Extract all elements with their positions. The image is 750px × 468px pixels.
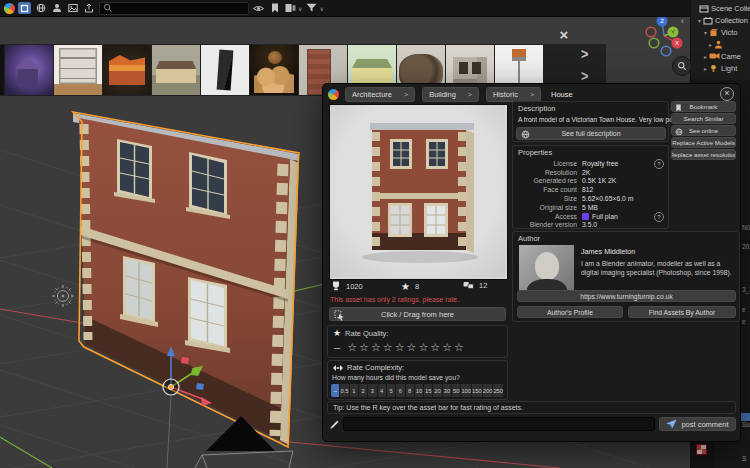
quality-star-3[interactable]: ☆ [371, 341, 383, 353]
drag-from-here-button[interactable]: Click / Drag from here [329, 307, 506, 321]
complexity-option-4[interactable]: 4 [378, 384, 387, 397]
outliner-label: Collection [715, 16, 748, 25]
outliner-row-victo[interactable]: ▾Victo [691, 26, 750, 38]
collection-icon [703, 16, 713, 25]
trophy-icon [331, 281, 341, 291]
search-similar-button[interactable]: Search Similar [671, 113, 736, 124]
author-website-button[interactable]: https://www.turningturnip.co.uk [517, 290, 736, 302]
pencil-icon [329, 418, 340, 429]
quality-star-4[interactable]: ☆ [383, 341, 395, 353]
disclosure-arrow[interactable]: ▸ [707, 41, 714, 48]
quality-star-rating[interactable]: – ☆☆☆☆☆☆☆☆☆☆ [334, 341, 466, 354]
asset-bar-close-button[interactable]: × [556, 28, 572, 44]
complexity-option-20[interactable]: 20 [433, 384, 442, 397]
breadcrumb-historic[interactable]: Historic> [486, 87, 541, 102]
window-upper-right [186, 152, 230, 219]
model-category-button[interactable] [18, 2, 31, 14]
cube-icon [709, 28, 719, 37]
world-category-icon[interactable] [34, 2, 47, 14]
complexity-option-250[interactable]: 250 [493, 384, 504, 397]
asset-preview-image[interactable] [329, 104, 508, 280]
asset-thumbnail-pc[interactable] [201, 45, 249, 95]
occluded-text-fragment: Su [742, 421, 750, 428]
complexity-option-6[interactable]: 6 [396, 384, 405, 397]
quality-star-8[interactable]: ☆ [430, 341, 442, 353]
complexity-option-–[interactable]: – [331, 384, 340, 397]
property-value: 3.5.0 [582, 221, 597, 228]
quality-star-2[interactable]: ☆ [359, 341, 371, 353]
quality-star-9[interactable]: ☆ [442, 341, 454, 353]
popup-close-button[interactable]: × [720, 87, 734, 101]
author-box: Author James Middleton I am a Blender an… [512, 231, 740, 322]
disclosure-arrow[interactable]: ▸ [702, 65, 709, 72]
author-profile-button[interactable]: Author's Profile [517, 306, 623, 318]
search-input[interactable] [99, 2, 249, 15]
properties-title: Properties [518, 148, 552, 157]
property-value: 2K [582, 169, 590, 176]
layout-icon[interactable] [284, 2, 297, 14]
layout-caret[interactable]: ∨ [298, 5, 302, 12]
breadcrumb-building[interactable]: Building> [422, 87, 479, 102]
light-object[interactable] [52, 285, 74, 307]
see-full-description-button[interactable]: See full description [516, 127, 666, 140]
upload-icon[interactable] [82, 2, 95, 14]
asset-thumbnail-orangehouse[interactable] [103, 45, 151, 95]
bookmark-button[interactable]: Bookmark [671, 101, 736, 112]
search-icon [103, 3, 113, 13]
complexity-option-0.5[interactable]: 0.5 [340, 384, 349, 397]
complexity-option-30[interactable]: 30 [443, 384, 452, 397]
breadcrumb-architecture[interactable]: Architecture> [345, 87, 415, 102]
outliner-row-objects[interactable]: ▸ [691, 38, 750, 50]
quality-star-10[interactable]: ☆ [454, 341, 466, 353]
filter-caret[interactable]: ∨ [319, 5, 323, 12]
see-online-button[interactable]: See online [671, 125, 736, 136]
replace-active-models-button[interactable]: Replace Active Models [671, 137, 736, 148]
window-lower-left [120, 256, 158, 327]
complexity-option-10[interactable]: 10 [415, 384, 424, 397]
disclosure-arrow[interactable]: ▾ [696, 17, 703, 24]
asset-thumbnail-ranch[interactable] [152, 45, 200, 95]
post-comment-button[interactable]: post comment [659, 417, 736, 431]
image-icon[interactable] [66, 2, 79, 14]
quality-star-1[interactable]: ☆ [347, 341, 359, 353]
outliner-row-light[interactable]: ▸Light [691, 62, 750, 74]
complexity-option-8[interactable]: 8 [406, 384, 415, 397]
bookmark-icon[interactable] [268, 2, 281, 14]
complexity-option-150[interactable]: 150 [472, 384, 483, 397]
filter-icon[interactable] [305, 2, 318, 14]
outliner-row-came[interactable]: ▸Came [691, 50, 750, 62]
quality-star-7[interactable]: ☆ [418, 341, 430, 353]
disclosure-arrow[interactable]: ▾ [702, 29, 709, 36]
complexity-option-5[interactable]: 5 [387, 384, 396, 397]
asset-thumbnail-toyhouse[interactable] [5, 45, 53, 95]
people-icon[interactable] [50, 2, 63, 14]
complexity-option-2[interactable]: 2 [359, 384, 368, 397]
eye-icon[interactable] [252, 2, 265, 14]
asset-thumbnail-shelves[interactable] [54, 45, 102, 95]
house-model[interactable] [73, 112, 299, 447]
complexity-hour-options[interactable]: –0.512345681015203050100150200250 [331, 384, 504, 397]
asset-thumbnail-sacks[interactable] [250, 45, 298, 95]
asset-bar-next-page-button[interactable]: > [581, 45, 593, 65]
disclosure-arrow[interactable]: ▸ [702, 53, 709, 60]
replace-asset-resolution-button[interactable]: Replace asset resolution [671, 149, 736, 160]
description-text: A front model of a Victorian Town House.… [518, 116, 668, 123]
quality-star-5[interactable]: ☆ [395, 341, 407, 353]
property-row-face-count: Face count812 [513, 185, 668, 194]
comment-input[interactable] [343, 417, 655, 431]
blenderkit-logo-icon [328, 89, 339, 100]
complexity-option-3[interactable]: 3 [368, 384, 377, 397]
find-assets-by-author-button[interactable]: Find Assets By Author [628, 306, 736, 318]
asset-thumbnail-sliver[interactable] [0, 45, 4, 95]
outliner-row-collection[interactable]: ▾Collection [691, 14, 750, 26]
complexity-option-200[interactable]: 200 [483, 384, 494, 397]
viewport-zoom-button[interactable] [672, 56, 692, 76]
property-row-size: Size5.62×0.65×6.0 m [513, 194, 668, 203]
complexity-option-15[interactable]: 15 [424, 384, 433, 397]
complexity-option-100[interactable]: 100 [461, 384, 472, 397]
complexity-option-50[interactable]: 50 [452, 384, 461, 397]
quality-star-6[interactable]: ☆ [407, 341, 419, 353]
complexity-option-1[interactable]: 1 [350, 384, 359, 397]
property-label: Generated res [513, 177, 577, 184]
outliner-row-scene-collect[interactable]: Scene Collect [691, 2, 750, 14]
